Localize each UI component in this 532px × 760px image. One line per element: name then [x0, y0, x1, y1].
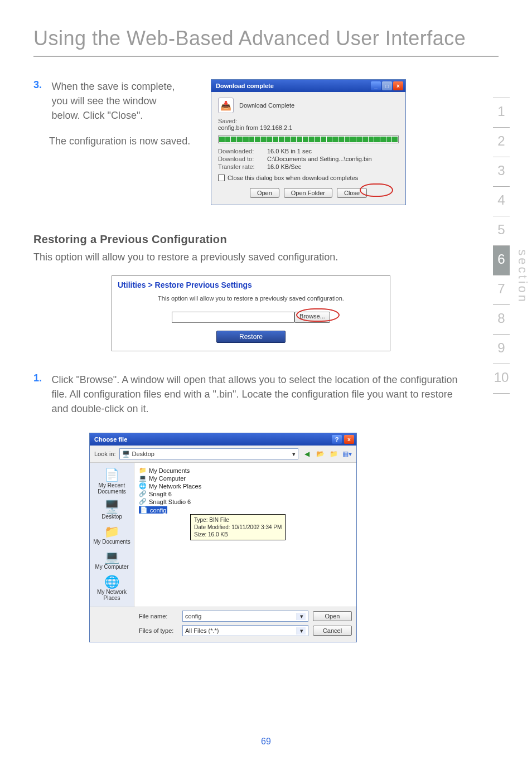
lookin-label: Look in:	[94, 451, 116, 457]
filetype-label: Files of type:	[139, 627, 178, 634]
step-1-text: Click "Browse". A window will open that …	[51, 372, 464, 416]
section-nav-2[interactable]: 2	[493, 128, 510, 157]
saved-value: config.bin from 192.168.2.1	[218, 124, 399, 131]
download-icon: 📥	[218, 98, 234, 113]
place-recent[interactable]: 📄My Recent Documents	[90, 466, 134, 496]
restore-button[interactable]: Restore	[216, 331, 286, 343]
close-button[interactable]: Close	[337, 188, 367, 198]
filename-input[interactable]: config▾	[182, 611, 308, 622]
network-icon: 🌐	[139, 482, 147, 490]
section-nav: 1 2 3 4 5 6 7 8 9 10	[493, 98, 510, 394]
download-complete-dialog: Download complete _ □ × 📥 Download Compl…	[211, 79, 406, 205]
shortcut-icon: 🔗	[139, 490, 147, 497]
new-folder-icon[interactable]: 📁	[328, 449, 338, 459]
section-nav-7[interactable]: 7	[493, 275, 510, 305]
dialog-title: Download complete	[216, 83, 274, 89]
close-when-complete-label: Close this dialog box when download comp…	[228, 175, 358, 181]
step-3-text-2: The configuration is now saved.	[49, 134, 194, 148]
step-3-row: 3. When the save is complete, you will s…	[0, 79, 532, 205]
close-when-complete-checkbox[interactable]	[218, 175, 225, 181]
section-nav-8[interactable]: 8	[493, 305, 510, 335]
title-divider	[33, 56, 499, 57]
file-item-selected[interactable]: 📄config	[139, 506, 167, 514]
filetype-select[interactable]: All Files (*.*)▾	[182, 625, 308, 636]
downloadto-label: Download to:	[218, 156, 267, 162]
file-icon: 📄	[140, 506, 148, 514]
open-button[interactable]: Open	[250, 188, 279, 198]
chevron-down-icon[interactable]: ▾	[297, 627, 306, 635]
minimize-button[interactable]: _	[371, 81, 381, 90]
shortcut-icon: 🔗	[139, 498, 147, 505]
choose-file-dialog: Choose file ? × Look in: 🖥️ Desktop ▾ ◀ …	[89, 433, 357, 642]
step-3-text: When the save is complete, you will see …	[51, 79, 185, 123]
place-network[interactable]: 🌐My Network Places	[90, 573, 134, 603]
file-item[interactable]: 🌐My Network Places	[139, 482, 352, 490]
folder-icon: 📁	[139, 467, 147, 474]
places-bar: 📄My Recent Documents 🖥️Desktop 📁My Docum…	[90, 463, 134, 607]
file-list-area[interactable]: 📁My Documents 💻My Computer 🌐My Network P…	[134, 463, 356, 607]
restore-panel-desc: This option will allow you to restore a …	[118, 295, 384, 302]
desktop-place-icon: 🖥️	[101, 500, 122, 514]
choose-bottom-bar: File name: config▾ Open Files of type: A…	[90, 607, 356, 642]
cancel-button[interactable]: Cancel	[313, 626, 352, 636]
choose-file-close-button[interactable]: ×	[344, 435, 354, 444]
section-nav-4[interactable]: 4	[493, 187, 510, 216]
maximize-button[interactable]: □	[382, 81, 392, 90]
open-folder-button[interactable]: Open Folder	[284, 188, 332, 198]
up-folder-icon[interactable]: 📂	[315, 449, 325, 459]
restore-file-input[interactable]	[172, 312, 294, 323]
desktop-icon: 🖥️	[122, 451, 130, 458]
place-mydocs[interactable]: 📁My Documents	[92, 523, 132, 547]
place-desktop[interactable]: 🖥️Desktop	[100, 498, 123, 522]
step-1-row: 1. Click "Browse". A window will open th…	[0, 362, 532, 416]
chevron-down-icon: ▾	[292, 451, 296, 458]
downloadto-value: C:\Documents and Setting...\config.bin	[267, 156, 372, 162]
lookin-value: Desktop	[132, 451, 154, 457]
restore-intro: This option will allow you to restore a …	[0, 250, 532, 272]
file-item[interactable]: 🔗SnagIt 6	[139, 490, 352, 497]
place-mycomputer[interactable]: 💻My Computer	[94, 548, 129, 572]
choose-file-titlebar: Choose file ? ×	[90, 433, 356, 446]
saved-label: Saved:	[218, 118, 399, 124]
file-item[interactable]: 📁My Documents	[139, 467, 352, 474]
filename-label: File name:	[139, 613, 178, 619]
downloaded-label: Downloaded:	[218, 148, 267, 154]
restore-heading: Restoring a Previous Configuration	[0, 205, 532, 250]
section-label: section	[515, 249, 530, 304]
close-window-button[interactable]: ×	[393, 81, 403, 90]
open-file-button[interactable]: Open	[313, 611, 352, 621]
transferrate-value: 16.0 KB/Sec	[267, 163, 301, 170]
recent-docs-icon: 📄	[91, 468, 133, 482]
mydocs-icon: 📁	[93, 525, 130, 539]
section-nav-5[interactable]: 5	[493, 216, 510, 246]
step-1-number: 1.	[33, 372, 49, 384]
restore-settings-panel: Utilities > Restore Previous Settings Th…	[112, 275, 390, 351]
step-3-number: 3.	[33, 79, 49, 91]
dialog-titlebar: Download complete _ □ ×	[211, 80, 405, 92]
section-nav-10[interactable]: 10	[493, 364, 510, 394]
download-complete-header: Download Complete	[239, 102, 294, 109]
section-nav-9[interactable]: 9	[493, 335, 510, 364]
browse-button[interactable]: Browse...	[294, 312, 330, 323]
mycomputer-icon: 💻	[95, 550, 128, 564]
transferrate-label: Transfer rate:	[218, 163, 267, 170]
page-title: Using the Web-Based Advanced User Interf…	[0, 0, 532, 56]
file-tooltip: Type: BIN File Date Modified: 10/11/2002…	[190, 514, 286, 540]
network-places-icon: 🌐	[91, 575, 133, 589]
file-item[interactable]: 💻My Computer	[139, 475, 352, 482]
back-icon[interactable]: ◀	[302, 449, 312, 459]
help-button[interactable]: ?	[332, 435, 342, 444]
section-nav-3[interactable]: 3	[493, 157, 510, 187]
lookin-select[interactable]: 🖥️ Desktop ▾	[119, 448, 298, 459]
views-icon[interactable]: ▦▾	[342, 449, 352, 459]
file-item[interactable]: 🔗SnagIt Studio 6	[139, 498, 352, 505]
page-number: 69	[0, 737, 532, 747]
progress-bar	[218, 135, 399, 143]
section-nav-1[interactable]: 1	[493, 98, 510, 128]
choose-file-title: Choose file	[94, 436, 127, 443]
computer-icon: 💻	[139, 475, 147, 482]
chevron-down-icon[interactable]: ▾	[297, 613, 306, 620]
restore-panel-title: Utilities > Restore Previous Settings	[118, 280, 384, 289]
section-nav-6[interactable]: 6	[493, 246, 510, 275]
downloaded-value: 16.0 KB in 1 sec	[267, 148, 312, 154]
